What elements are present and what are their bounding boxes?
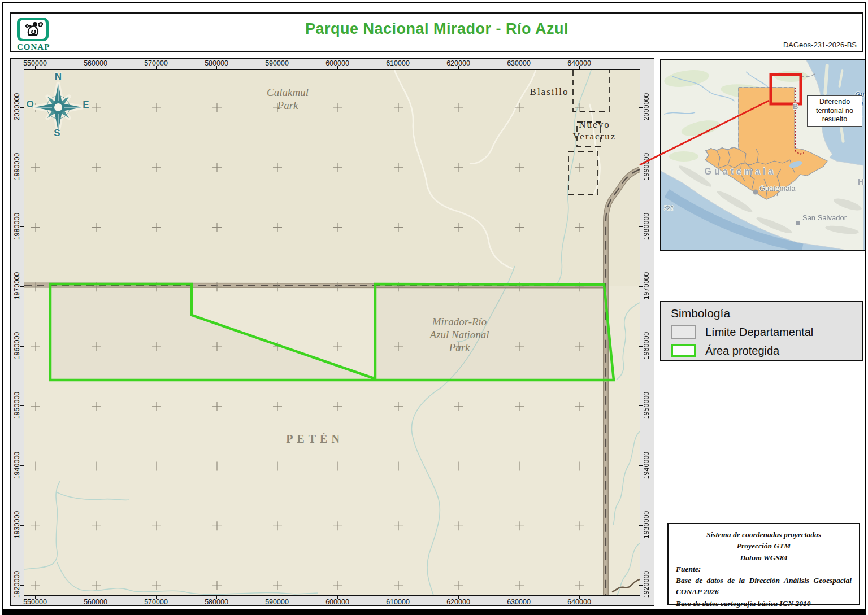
axis-tick-bottom — [35, 595, 36, 599]
label-honduras-gray-fragment: Ho — [858, 177, 866, 186]
axis-label-bottom: 620000 — [437, 598, 479, 606]
legend-panel: Simbología Límite Departamental Área pro… — [660, 301, 863, 361]
axis-label-bottom: 600000 — [316, 598, 358, 606]
axis-tick-right — [639, 405, 643, 406]
conap-logo-text: CONAP — [17, 42, 49, 52]
axis-label-right: 1980000 — [643, 206, 650, 247]
axis-tick-left — [20, 286, 24, 287]
protected-area-swatch — [671, 344, 696, 357]
compass-south-label: S — [51, 128, 63, 139]
document-id: DAGeos-231-2026-BS — [783, 41, 857, 49]
axis-tick-top — [398, 66, 398, 69]
axis-tick-top — [277, 66, 277, 69]
header-bar: CONAP Parque Nacional Mirador - Río Azul… — [10, 12, 863, 52]
axis-tick-left — [20, 346, 24, 347]
axis-tick-left — [20, 167, 24, 167]
axis-tick-bottom — [156, 595, 157, 599]
label-belize-fragment: B — [793, 102, 798, 111]
label-nuevo-veracruz: Nuevo Veracruz — [561, 119, 628, 142]
axis-tick-bottom — [96, 595, 96, 599]
credits-datum: Datum WGS84 — [676, 552, 852, 564]
axis-tick-right — [639, 286, 643, 287]
label-blasillo: Blasillo — [515, 86, 583, 98]
axis-tick-bottom — [216, 595, 217, 599]
label-san-salvador: San Salvador — [791, 213, 858, 222]
label-mirador-rio-azul-park: Mirador-Río Azul National Park — [414, 315, 505, 354]
axis-tick-top — [35, 66, 36, 69]
compass-west-label: O — [24, 99, 36, 110]
axis-tick-bottom — [398, 595, 398, 599]
axis-tick-left — [20, 226, 24, 227]
axis-tick-bottom — [458, 595, 459, 599]
axis-tick-top — [216, 66, 217, 69]
axis-tick-right — [639, 167, 643, 167]
axis-label-right: 1960000 — [643, 325, 650, 367]
axis-tick-top — [519, 66, 519, 69]
axis-label-bottom: 640000 — [558, 598, 600, 606]
axis-tick-left — [20, 585, 24, 586]
legend-item-protected-area: Área protegida — [671, 344, 862, 357]
axis-label-right: 2000000 — [643, 86, 650, 128]
credits-source-1: Base de datos de la Dirección Análisis G… — [676, 575, 852, 598]
axis-label-right: 1940000 — [643, 444, 650, 486]
credits-source-label: Fuente: — [676, 564, 852, 575]
axis-tick-bottom — [337, 595, 338, 599]
axis-tick-right — [639, 346, 643, 347]
departmental-limit-swatch — [671, 325, 696, 339]
label-guatemala-country: Guatemala — [695, 167, 785, 177]
axis-tick-top — [579, 66, 580, 69]
axis-tick-right — [639, 465, 643, 466]
map-graphics — [24, 70, 640, 595]
credits-projection: Proyección GTM — [676, 540, 852, 552]
locator-inset-map[interactable]: Guatemala Guatemala San Salvador 721 B G… — [660, 59, 866, 251]
axis-tick-bottom — [277, 595, 277, 599]
credits-coordinate-system: Sistema de coordenadas proyectadas — [676, 529, 852, 540]
axis-label-right: 1990000 — [643, 146, 650, 187]
axis-tick-left — [20, 465, 24, 466]
axis-tick-left — [20, 107, 24, 108]
axis-label-bottom: 630000 — [498, 598, 540, 606]
label-calakmul-park: Calakmul Park — [248, 86, 327, 112]
axis-tick-top — [458, 66, 459, 69]
territorial-note-box: Diferendo territorial no resuelto — [807, 95, 862, 127]
axis-tick-left — [20, 405, 24, 406]
credits-box: Sistema de coordenadas proyectadas Proye… — [667, 523, 860, 605]
axis-tick-right — [639, 525, 643, 526]
legend-item-departmental-limit: Límite Departamental — [671, 325, 862, 339]
axis-label-right: 1970000 — [643, 265, 650, 307]
main-map[interactable]: N S E O Calakmul Park Blasillo Nuevo Ver… — [24, 69, 640, 596]
axis-label-right: 1920000 — [643, 564, 650, 605]
axis-tick-top — [156, 66, 157, 69]
page-title: Parque Nacional Mirador - Río Azul — [11, 20, 862, 38]
axis-tick-right — [639, 226, 643, 227]
compass-north-label: N — [52, 71, 64, 82]
axis-tick-top — [96, 66, 96, 69]
map-document-page: CONAP Parque Nacional Mirador - Río Azul… — [0, 0, 868, 615]
axis-label-bottom: 580000 — [196, 598, 237, 606]
credits-source-2: Base de datos cartografía básica IGN 201… — [676, 598, 852, 609]
axis-label-bottom: 610000 — [377, 598, 419, 606]
axis-label-bottom: 590000 — [256, 598, 298, 606]
axis-label-bottom: 570000 — [135, 598, 177, 606]
axis-label-right: 1950000 — [643, 385, 650, 426]
legend-title: Simbología — [671, 307, 862, 320]
axis-tick-bottom — [579, 595, 580, 599]
label-depth-721: 721 — [663, 204, 674, 211]
axis-tick-right — [639, 585, 643, 586]
label-peten: PETÉN — [270, 433, 360, 446]
guatemala-city-dot — [753, 190, 758, 195]
axis-tick-left — [20, 525, 24, 526]
label-guatemala-city: Guatemala — [760, 184, 796, 193]
axis-label-right: 1930000 — [643, 504, 650, 546]
axis-tick-right — [639, 107, 643, 108]
axis-tick-bottom — [519, 595, 519, 599]
axis-label-bottom: 560000 — [75, 598, 116, 606]
compass-east-label: E — [80, 99, 92, 111]
north-region — [24, 70, 640, 286]
axis-tick-top — [337, 66, 338, 69]
